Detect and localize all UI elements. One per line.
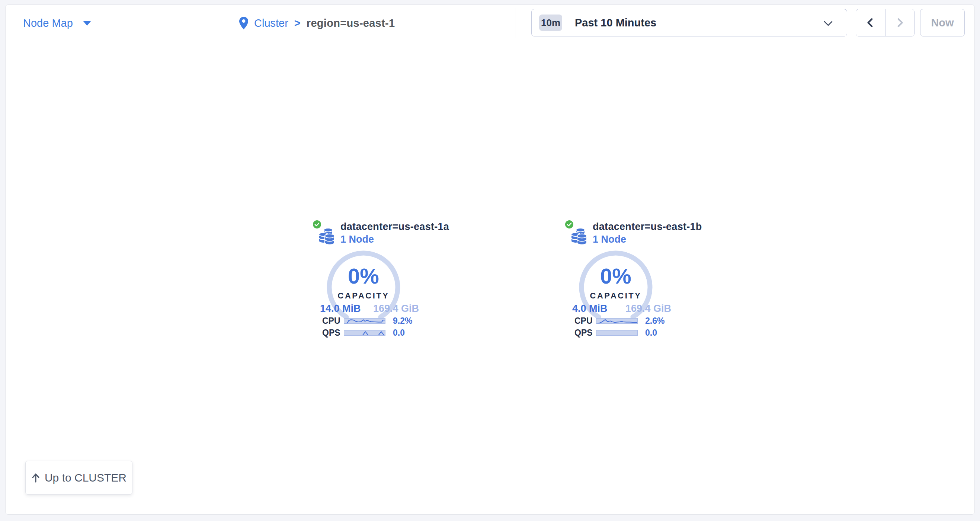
qps-metric-row: QPS 0.0	[322, 330, 405, 336]
arrow-up-icon	[31, 473, 40, 483]
time-range-selector[interactable]: 10m Past 10 Minutes	[531, 9, 847, 37]
cpu-value: 2.6%	[645, 316, 665, 326]
qps-label: QPS	[322, 328, 344, 338]
datacenter-icon	[571, 227, 588, 245]
header: Node Map Cluster > region=us-east-1 10m …	[6, 5, 974, 41]
qps-metric-row: QPS 0.0	[574, 330, 657, 336]
header-divider	[515, 8, 516, 38]
qps-sparkline	[596, 330, 638, 336]
qps-value: 0.0	[393, 328, 405, 338]
locality-title: datacenter=us-east-1a	[340, 221, 449, 233]
up-to-cluster-label: Up to CLUSTER	[45, 472, 127, 484]
caret-down-icon	[83, 21, 91, 25]
cpu-metric-row: CPU 2.6%	[574, 318, 665, 324]
cpu-metric-row: CPU 9.2%	[322, 318, 412, 324]
cpu-label: CPU	[322, 316, 344, 326]
view-selector-label: Node Map	[23, 17, 73, 29]
chevron-left-icon	[866, 17, 875, 29]
chevron-right-icon	[895, 17, 904, 29]
breadcrumb: Cluster > region=us-east-1	[239, 5, 395, 41]
time-range-badge: 10m	[539, 14, 562, 31]
capacity-percent: 0%	[326, 263, 401, 288]
capacity-used: 4.0 MiB	[572, 303, 608, 314]
node-map-canvas: datacenter=us-east-1a 1 Node 0% CAPACITY…	[6, 41, 974, 514]
time-step-buttons	[856, 9, 915, 37]
view-selector-dropdown[interactable]: Node Map	[23, 5, 91, 41]
capacity-values: 4.0 MiB 169.4 GiB	[572, 303, 671, 314]
cpu-label: CPU	[574, 316, 596, 326]
datacenter-icon	[318, 227, 336, 245]
time-range-label: Past 10 Minutes	[575, 17, 656, 29]
cpu-value: 9.2%	[393, 316, 412, 326]
cpu-sparkline	[344, 318, 385, 324]
locality-title: datacenter=us-east-1b	[593, 221, 702, 233]
locality-node-count: 1 Node	[593, 234, 626, 245]
cpu-sparkline	[596, 318, 638, 324]
map-pin-icon	[239, 17, 248, 29]
breadcrumb-cluster-link[interactable]: Cluster	[254, 17, 288, 29]
qps-label: QPS	[574, 328, 596, 338]
capacity-total: 169.4 GiB	[373, 303, 419, 314]
capacity-label: CAPACITY	[326, 291, 401, 301]
locality-card-us-east-1a[interactable]: datacenter=us-east-1a 1 Node 0% CAPACITY…	[312, 219, 420, 342]
node-map-panel: Node Map Cluster > region=us-east-1 10m …	[5, 5, 975, 515]
capacity-percent: 0%	[579, 263, 653, 288]
time-forward-button[interactable]	[885, 9, 915, 36]
chevron-down-icon	[824, 21, 833, 26]
now-button[interactable]: Now	[920, 9, 965, 37]
locality-card-us-east-1b[interactable]: datacenter=us-east-1b 1 Node 0% CAPACITY…	[564, 219, 673, 342]
capacity-used: 14.0 MiB	[320, 303, 361, 314]
breadcrumb-separator: >	[294, 17, 301, 29]
capacity-values: 14.0 MiB 169.4 GiB	[320, 303, 419, 314]
locality-node-count: 1 Node	[340, 234, 374, 245]
capacity-label: CAPACITY	[579, 291, 653, 301]
breadcrumb-current: region=us-east-1	[307, 17, 395, 29]
up-to-cluster-button[interactable]: Up to CLUSTER	[25, 461, 132, 495]
qps-sparkline	[344, 330, 385, 336]
qps-value: 0.0	[645, 328, 657, 338]
time-back-button[interactable]	[856, 9, 885, 36]
capacity-total: 169.4 GiB	[625, 303, 671, 314]
